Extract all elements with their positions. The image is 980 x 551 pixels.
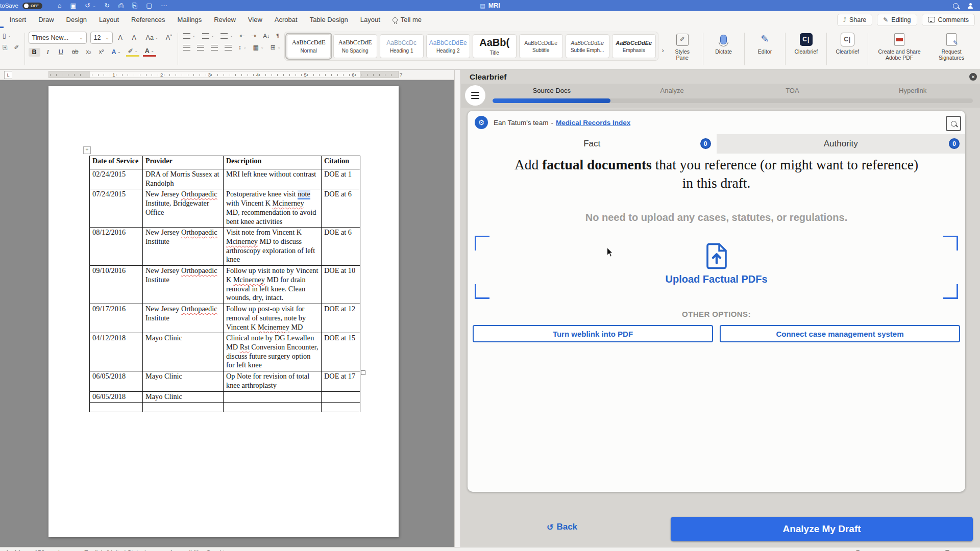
ribbon-tab[interactable]: Review <box>208 11 242 28</box>
stepper-step[interactable]: Hyperlink <box>852 87 973 94</box>
create-adobe-pdf-button[interactable]: Create and Share Adobe PDF <box>872 32 927 61</box>
redo-icon[interactable]: ↻ <box>105 3 110 9</box>
align-left-icon[interactable] <box>182 44 192 51</box>
ribbon-tab[interactable]: Layout <box>93 11 125 28</box>
request-signatures-button[interactable]: Request Signatures <box>927 32 976 61</box>
back-button[interactable]: ↺ Back <box>547 522 577 532</box>
highlight-color-button[interactable]: ✐ <box>126 47 139 57</box>
search-icon[interactable] <box>953 3 959 9</box>
ribbon-tab[interactable]: Design <box>60 11 93 28</box>
save-as-icon[interactable]: ⎘ <box>132 3 137 9</box>
styles-gallery-more-icon[interactable]: › <box>660 47 666 54</box>
align-center-icon[interactable] <box>195 44 206 51</box>
print-icon[interactable]: ⎙ <box>118 3 124 9</box>
home-icon[interactable]: ⌂ <box>58 3 62 9</box>
font-name-select[interactable]: Times New... <box>29 32 87 44</box>
analyze-my-draft-button[interactable]: Analyze My Draft <box>671 517 973 541</box>
ribbon-tab[interactable]: References <box>125 11 171 28</box>
tab-tell-me[interactable]: Tell me <box>386 11 428 28</box>
style-chip[interactable]: AaBbCcDdEe Subtitle <box>519 34 563 58</box>
style-chip[interactable]: AaBbCcDdE Normal <box>287 34 331 58</box>
increase-indent-icon[interactable]: ⇥ <box>250 32 258 40</box>
justify-icon[interactable] <box>223 44 233 51</box>
table-move-handle[interactable]: + <box>83 146 91 154</box>
underline-button[interactable]: U <box>56 48 66 57</box>
format-painter-icon[interactable]: ✐ <box>13 43 21 52</box>
shrink-font-button[interactable]: Aˇ <box>130 34 140 42</box>
subscript-button[interactable]: x₂ <box>84 48 93 56</box>
ribbon-tab[interactable]: Layout <box>354 11 386 28</box>
autosave-toggle[interactable]: OFF <box>22 3 42 9</box>
table-resize-handle[interactable] <box>361 370 365 375</box>
undo-caret-icon[interactable]: ⌄ <box>93 4 96 8</box>
style-chip[interactable]: AaBbCcDdEe Emphasis <box>612 34 656 58</box>
bullet-list-button[interactable] <box>182 33 197 39</box>
bold-button[interactable]: B <box>29 48 40 57</box>
style-chip[interactable]: AaBbCcDdE No Spacing <box>333 34 377 58</box>
gear-icon[interactable]: ⚙ <box>475 116 488 129</box>
panel-tab[interactable]: Authority 0 <box>717 134 966 154</box>
line-spacing-button[interactable]: ↕ <box>237 43 248 52</box>
font-size-select[interactable]: 12 <box>90 32 113 44</box>
stepper-step[interactable]: TOA <box>732 87 853 94</box>
comments-button[interactable]: Comments <box>922 14 975 26</box>
option-button[interactable]: Connect case management system <box>720 325 960 342</box>
editing-mode-button[interactable]: ✎ Editing <box>877 14 917 26</box>
clear-formatting-button[interactable]: A˟ <box>164 34 174 42</box>
ribbon-tab[interactable]: Acrobat <box>268 11 304 28</box>
ribbon-tab[interactable]: Draw <box>32 11 60 28</box>
strikethrough-button[interactable]: ab <box>70 48 81 56</box>
panel-search-button[interactable] <box>946 116 961 131</box>
shading-button[interactable]: ▦ <box>252 43 265 52</box>
numbered-list-button[interactable] <box>201 33 216 39</box>
grow-font-button[interactable]: Aˆ <box>116 34 127 42</box>
stepper-step[interactable]: Analyze <box>612 87 732 94</box>
ribbon-tab[interactable]: Home <box>0 11 4 28</box>
share-button[interactable]: ⤴ Share <box>837 14 872 26</box>
paste-button[interactable]: ▯ <box>1 32 12 40</box>
ribbon-tab[interactable]: Table Design <box>304 11 354 28</box>
close-panel-icon[interactable]: ✕ <box>969 73 977 81</box>
decrease-indent-icon[interactable]: ⇤ <box>238 32 246 40</box>
text-effects-button[interactable]: A <box>109 48 122 56</box>
font-color-button[interactable]: A <box>143 47 156 57</box>
document-index-link[interactable]: Medical Records Index <box>556 119 630 127</box>
multilevel-list-button[interactable] <box>219 33 234 39</box>
superscript-button[interactable]: x² <box>97 48 106 56</box>
undo-icon[interactable]: ↺ <box>85 3 90 9</box>
dictate-button[interactable]: Dictate <box>707 32 741 55</box>
style-chip[interactable]: AaBb( Title <box>473 34 517 58</box>
option-button[interactable]: Turn weblink into PDF <box>473 325 713 342</box>
show-paragraph-marks-button[interactable]: ¶ <box>275 32 281 39</box>
upload-dropzone[interactable]: Upload Factual PDFs <box>475 236 958 299</box>
borders-button[interactable]: ⊞ <box>269 43 282 52</box>
clearbrief-secondary-button[interactable]: C| Clearbrief <box>830 32 864 55</box>
save-icon[interactable]: ▣ <box>70 3 76 9</box>
align-right-icon[interactable] <box>209 44 219 51</box>
account-icon[interactable] <box>968 6 973 9</box>
sort-button[interactable]: A↓ <box>261 32 271 39</box>
tab-selector-icon[interactable]: L <box>4 71 12 79</box>
ribbon-tab[interactable]: View <box>242 11 268 28</box>
ruler-track[interactable]: 1 2 3 4 5 6 7 <box>48 71 399 78</box>
change-case-button[interactable]: Aa <box>144 34 160 42</box>
more-commands-icon[interactable]: ⋯ <box>161 3 167 9</box>
ribbon-tab[interactable]: Insert <box>4 11 33 28</box>
italic-button[interactable]: I <box>44 48 52 57</box>
stepper-step[interactable]: Source Docs <box>492 87 612 94</box>
copy-icon[interactable]: ⎘ <box>1 43 9 52</box>
document-scrollbar[interactable] <box>454 70 461 547</box>
document-page[interactable]: + Date of Service Provider Description <box>48 86 399 537</box>
editor-button[interactable]: ✎ Editor <box>748 32 781 55</box>
menu-button[interactable] <box>465 85 485 106</box>
style-chip[interactable]: AaBbCcDdEe Subtle Emph... <box>566 34 609 58</box>
upload-pdf-icon[interactable] <box>705 243 728 269</box>
upload-pdf-label[interactable]: Upload Factual PDFs <box>665 273 767 285</box>
clearbrief-button[interactable]: C| Clearbrief <box>789 32 823 55</box>
new-document-icon[interactable]: ▢ <box>146 3 152 9</box>
ribbon-tab[interactable]: Mailings <box>172 11 208 28</box>
style-chip[interactable]: AaBbCcDdEe Heading 2 <box>426 34 470 58</box>
panel-tab[interactable]: Fact 0 <box>468 134 717 154</box>
style-chip[interactable]: AaBbCcDc Heading 1 <box>380 34 424 58</box>
styles-pane-button[interactable]: ✐ Styles Pane <box>666 32 699 61</box>
